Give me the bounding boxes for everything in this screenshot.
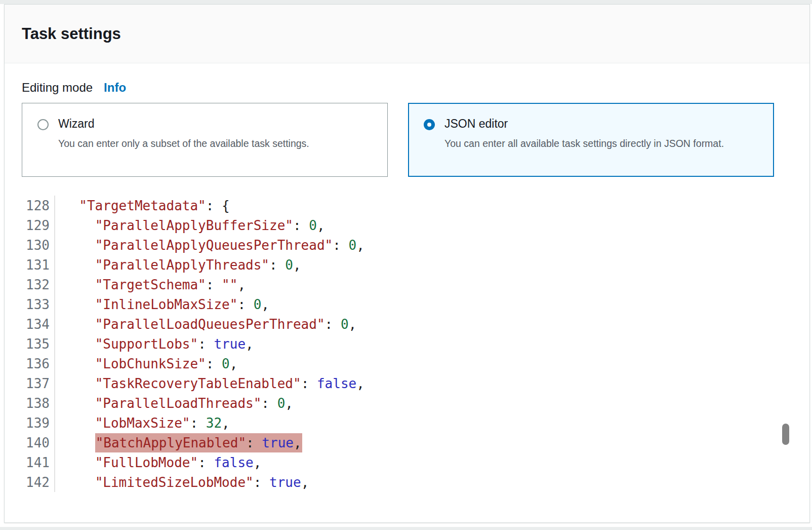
code-text: "ParallelLoadQueuesPerThread": 0,	[55, 317, 356, 332]
line-number: 133	[22, 294, 55, 314]
line-number: 138	[22, 393, 55, 413]
code-text: "FullLobMode": false,	[55, 455, 261, 470]
code-line-137[interactable]: 137 "TaskRecoveryTableEnabled": false,	[22, 373, 792, 393]
line-number: 137	[22, 373, 55, 393]
line-number: 141	[22, 452, 55, 472]
code-line-128[interactable]: 128 "TargetMetadata": {	[22, 196, 792, 215]
line-number: 136	[22, 354, 55, 373]
line-number: 131	[22, 255, 55, 275]
line-number: 129	[22, 215, 55, 235]
code-line-139[interactable]: 139 "LobMaxSize": 32,	[22, 413, 792, 433]
code-text: "InlineLobMaxSize": 0,	[55, 297, 269, 312]
tile-wizard[interactable]: Wizard You can enter only a subset of th…	[22, 103, 388, 177]
code-line-129[interactable]: 129 "ParallelApplyBufferSize": 0,	[22, 215, 792, 235]
tile-wizard-content: Wizard You can enter only a subset of th…	[58, 117, 309, 151]
tile-wizard-description: You can enter only a subset of the avail…	[58, 136, 309, 151]
code-line-136[interactable]: 136 "LobChunkSize": 0,	[22, 354, 792, 373]
code-line-140[interactable]: 140 "BatchApplyEnabled": true,	[22, 433, 792, 452]
radio-checked-icon[interactable]	[424, 119, 435, 130]
info-link[interactable]: Info	[104, 81, 126, 95]
editor-scrollbar-thumb[interactable]	[782, 424, 789, 445]
code-text: "ParallelApplyQueuesPerThread": 0,	[55, 238, 364, 253]
line-number: 135	[22, 334, 55, 354]
code-text: "BatchApplyEnabled": true,	[55, 435, 302, 450]
tile-json-editor[interactable]: JSON editor You can enter all available …	[408, 103, 774, 177]
code-text: "TargetSchema": "",	[55, 277, 246, 292]
line-number: 128	[22, 196, 55, 215]
panel-header: Task settings	[5, 5, 809, 63]
code-text: "ParallelLoadThreads": 0,	[55, 396, 293, 411]
editing-mode-tiles: Wizard You can enter only a subset of th…	[22, 103, 792, 177]
code-line-142[interactable]: 142 "LimitedSizeLobMode": true,	[22, 472, 792, 492]
editing-mode-label: Editing mode	[22, 81, 93, 95]
panel-title: Task settings	[22, 25, 121, 43]
code-text: "ParallelApplyBufferSize": 0,	[55, 218, 325, 233]
line-number: 130	[22, 235, 55, 255]
code-line-138[interactable]: 138 "ParallelLoadThreads": 0,	[22, 393, 792, 413]
page-top-divider	[0, 0, 812, 4]
code-line-135[interactable]: 135 "SupportLobs": true,	[22, 334, 792, 354]
tile-json-editor-description: You can enter all available task setting…	[444, 136, 724, 151]
line-number: 134	[22, 314, 55, 334]
code-line-133[interactable]: 133 "InlineLobMaxSize": 0,	[22, 294, 792, 314]
code-line-130[interactable]: 130 "ParallelApplyQueuesPerThread": 0,	[22, 235, 792, 255]
tile-json-editor-label: JSON editor	[444, 117, 724, 131]
code-line-141[interactable]: 141 "FullLobMode": false,	[22, 452, 792, 472]
tile-json-editor-content: JSON editor You can enter all available …	[444, 117, 724, 151]
code-text: "LimitedSizeLobMode": true,	[55, 475, 309, 490]
code-line-131[interactable]: 131 "ParallelApplyThreads": 0,	[22, 255, 792, 275]
code-text: "TargetMetadata": {	[55, 198, 230, 213]
line-number: 132	[22, 275, 55, 294]
code-text: "TaskRecoveryTableEnabled": false,	[55, 376, 364, 391]
radio-unchecked-icon[interactable]	[37, 119, 49, 130]
tile-wizard-label: Wizard	[58, 117, 309, 131]
editing-mode-row: Editing mode Info	[22, 81, 792, 95]
line-number: 140	[22, 433, 55, 452]
panel-body: Editing mode Info Wizard You can enter o…	[5, 81, 809, 492]
code-line-132[interactable]: 132 "TargetSchema": "",	[22, 275, 792, 294]
code-line-134[interactable]: 134 "ParallelLoadQueuesPerThread": 0,	[22, 314, 792, 334]
search-highlight: "BatchApplyEnabled": true,	[95, 433, 302, 452]
code-lines: 128 "TargetMetadata": {129 "ParallelAppl…	[22, 196, 792, 492]
page-bottom-divider	[0, 527, 812, 530]
line-number: 142	[22, 472, 55, 492]
code-text: "ParallelApplyThreads": 0,	[55, 257, 301, 273]
task-settings-panel: Task settings Editing mode Info Wizard Y…	[4, 4, 810, 523]
line-number: 139	[22, 413, 55, 433]
code-text: "LobChunkSize": 0,	[55, 356, 237, 371]
json-code-editor[interactable]: 128 "TargetMetadata": {129 "ParallelAppl…	[22, 196, 792, 492]
code-text: "LobMaxSize": 32,	[55, 415, 230, 431]
code-text: "SupportLobs": true,	[55, 336, 254, 352]
